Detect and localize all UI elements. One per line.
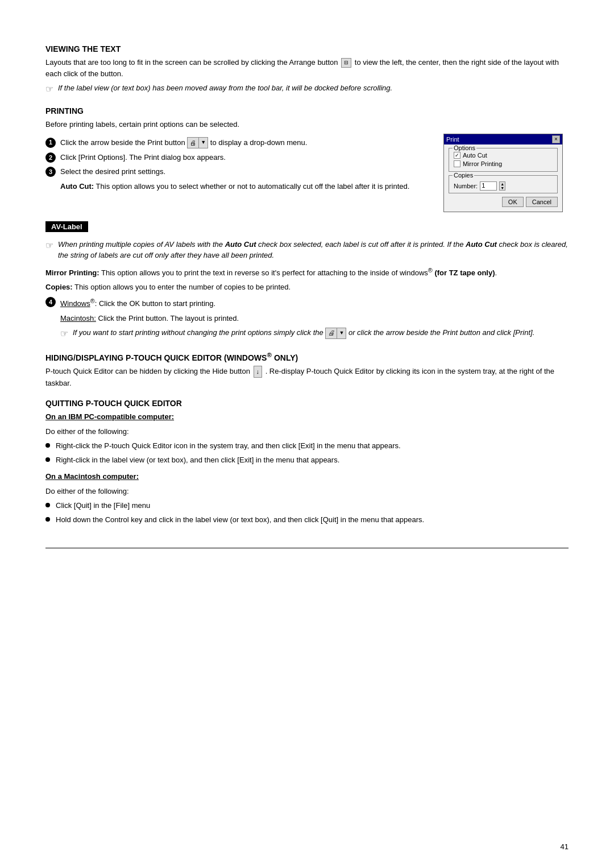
autocut-checkbox[interactable]: ✓ xyxy=(454,152,460,159)
mac-label: Macintosh: xyxy=(60,314,96,323)
quitting-section: QUITTING P-TOUCH QUICK EDITOR On an IBM … xyxy=(45,399,569,525)
step2-num: 2 xyxy=(45,152,56,163)
step4-note-text: If you want to start printing without ch… xyxy=(73,327,534,339)
printing-col-left: 1 Click the arrow beside the Print butto… xyxy=(45,134,432,212)
viewing-note-text: If the label view (or text box) has been… xyxy=(58,82,392,94)
autocut-text: This option allows you to select whether… xyxy=(96,182,410,191)
mirror-para: Mirror Printing: This option allows you … xyxy=(45,266,569,279)
ibm-bullet-list: Right-click the P-touch Quick Editor ico… xyxy=(45,440,569,465)
step4-note: ☞ If you want to start printing without … xyxy=(60,327,569,341)
number-spinner[interactable]: ▲ ▼ xyxy=(499,181,505,191)
spinner-down[interactable]: ▼ xyxy=(500,186,505,190)
print-btn-main2: 🖨 xyxy=(326,328,337,338)
ibm-bullet1-text: Right-click the P-touch Quick Editor ico… xyxy=(56,440,401,452)
mac-bullet2-dot xyxy=(45,517,50,522)
step4-win-label: Windows xyxy=(60,299,90,308)
mac-bullet2-text: Hold down the Control key and click in t… xyxy=(56,514,424,526)
ibm-intro: Do either of the following: xyxy=(45,426,569,437)
step2-text: Click [Print Options]. The Print dialog … xyxy=(60,152,226,163)
dialog-cancel-button[interactable]: Cancel xyxy=(526,197,558,207)
viewing-para: Layouts that are too long to fit in the … xyxy=(45,57,569,79)
mac-heading-text: On a Macintosh computer: xyxy=(45,472,139,481)
hiding-reg: ® xyxy=(267,351,272,358)
arrange-icon: ⊟ xyxy=(341,58,351,68)
printing-steps: 1 Click the arrow beside the Print butto… xyxy=(45,137,432,177)
step1-item: 1 Click the arrow beside the Print butto… xyxy=(45,137,432,148)
hiding-section: HIDING/DISPLAYING P-TOUCH QUICK EDITOR (… xyxy=(45,351,569,388)
step4-item: 4 Windows®: Click the OK button to start… xyxy=(45,296,569,309)
dialog-options-group: Options ✓ Auto Cut Mirror Printing xyxy=(449,148,558,172)
ibm-bullet1-dot xyxy=(45,443,50,448)
mirror-bold: (for TZ tape only) xyxy=(433,268,495,277)
mac-intro: Do either of the following: xyxy=(45,486,569,497)
step4-win-reg: ® xyxy=(90,297,95,304)
hiding-para: P-touch Quick Editor can be hidden by cl… xyxy=(45,366,569,388)
av-note-text: When printing multiple copies of AV labe… xyxy=(58,239,569,261)
mac-bullet1-dot xyxy=(45,503,50,507)
mirror-end: . xyxy=(495,268,497,277)
printing-section: PRINTING Before printing labels, certain… xyxy=(45,106,569,341)
dialog-close-button[interactable]: × xyxy=(552,135,560,143)
spinner-up[interactable]: ▲ xyxy=(500,182,505,186)
step3-num: 3 xyxy=(45,167,56,177)
dialog-title: Print xyxy=(446,136,459,143)
av-label-area: AV-Label xyxy=(45,217,569,237)
step4-list: 4 Windows®: Click the OK button to start… xyxy=(45,296,569,309)
autocut-checkbox-label: Auto Cut xyxy=(463,152,487,159)
step3-item: 3 Select the desired print settings. xyxy=(45,166,432,177)
printing-intro: Before printing labels, certain print op… xyxy=(45,119,569,130)
av-note-icon: ☞ xyxy=(45,239,53,253)
autocut-para: Auto Cut: This option allows you to sele… xyxy=(60,181,432,192)
step1-num: 1 xyxy=(45,138,56,148)
printing-heading: PRINTING xyxy=(45,106,569,115)
av-label-badge: AV-Label xyxy=(45,221,88,232)
mac-heading: On a Macintosh computer: xyxy=(45,471,569,482)
print-btn-main: 🖨 xyxy=(188,138,199,148)
number-input[interactable]: 1 xyxy=(480,181,497,191)
hiding-heading: HIDING/DISPLAYING P-TOUCH QUICK EDITOR (… xyxy=(45,351,569,362)
autocut-checkbox-row[interactable]: ✓ Auto Cut xyxy=(454,152,553,159)
number-label: Number: xyxy=(454,183,478,189)
print-dialog: Print × Options ✓ Auto Cut Mirror Printi… xyxy=(443,134,563,212)
copies-para: Copies: This option allows you to enter … xyxy=(45,282,569,293)
mac-bullet1: Click [Quit] in the [File] menu xyxy=(45,500,569,511)
footer-rule xyxy=(45,548,569,548)
mirror-checkbox[interactable] xyxy=(454,160,460,167)
ibm-bullet2-dot xyxy=(45,457,50,462)
page-number: 41 xyxy=(561,842,569,851)
copies-row: Number: 1 ▲ ▼ xyxy=(454,181,553,191)
print-btn-arrow: ▼ xyxy=(199,138,208,147)
mirror-label: Mirror Printing: xyxy=(45,268,99,277)
mirror-reg: ® xyxy=(428,267,433,274)
autocut-label: Auto Cut: xyxy=(60,182,94,191)
dialog-titlebar: Print × xyxy=(444,134,562,144)
mac-bullet1-text: Click [Quit] in the [File] menu xyxy=(56,500,150,511)
step2-item: 2 Click [Print Options]. The Print dialo… xyxy=(45,152,432,163)
av-autocut-bold1: Auto Cut xyxy=(225,240,256,249)
step4-text: Windows®: Click the OK button to start p… xyxy=(60,296,215,309)
ibm-bullet1: Right-click the P-touch Quick Editor ico… xyxy=(45,440,569,452)
mirror-checkbox-row[interactable]: Mirror Printing xyxy=(454,160,553,167)
dialog-buttons: OK Cancel xyxy=(449,197,558,207)
print-btn-inline: 🖨 ▼ xyxy=(325,328,346,339)
ibm-heading: On an IBM PC-compatible computer: xyxy=(45,411,569,423)
mirror-text: This option allows you to print the text… xyxy=(101,268,428,277)
viewing-heading: VIEWING THE TEXT xyxy=(45,44,569,53)
printing-two-col: 1 Click the arrow beside the Print butto… xyxy=(45,134,569,212)
note-arrow-icon: ☞ xyxy=(45,82,53,96)
av-autocut-bold2: Auto Cut xyxy=(466,240,497,249)
ibm-bullet2: Right-click in the label view (or text b… xyxy=(45,454,569,466)
quitting-heading: QUITTING P-TOUCH QUICK EDITOR xyxy=(45,399,569,408)
mac-bullet2: Hold down the Control key and click in t… xyxy=(45,514,569,526)
dialog-ok-button[interactable]: OK xyxy=(502,197,524,207)
dialog-copies-label: Copies xyxy=(453,172,474,179)
step4-note-icon: ☞ xyxy=(60,327,68,341)
copies-text: This option allows you to enter the numb… xyxy=(74,283,291,291)
viewing-note: ☞ If the label view (or text box) has be… xyxy=(45,82,569,96)
copies-label: Copies: xyxy=(45,283,73,291)
print-dialog-col: Print × Options ✓ Auto Cut Mirror Printi… xyxy=(443,134,569,212)
step3-text: Select the desired print settings. xyxy=(60,166,165,177)
mirror-checkbox-label: Mirror Printing xyxy=(463,160,502,167)
mac-line: Macintosh: Click the Print button. The l… xyxy=(60,313,569,324)
step4-num: 4 xyxy=(45,297,56,307)
